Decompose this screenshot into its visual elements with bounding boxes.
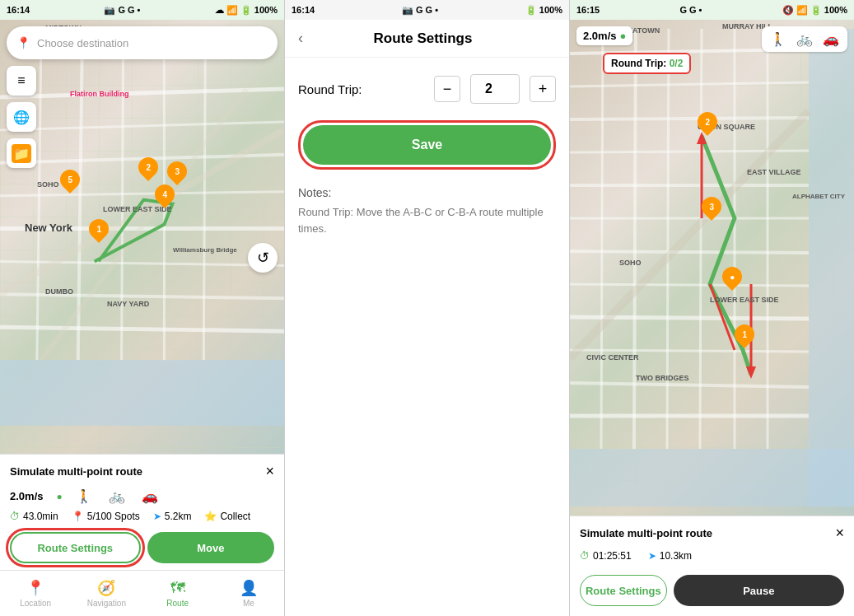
map-label-flatiron: Flatiron Building bbox=[70, 90, 129, 98]
panel3-bottom: Simulate multi-point route × ⏱ 01:25:51 … bbox=[570, 516, 854, 616]
refresh-button[interactable]: ↺ bbox=[248, 243, 278, 273]
folder-button[interactable]: 📁 bbox=[7, 138, 36, 168]
map-label-dumbo: DUMBO bbox=[45, 287, 73, 296]
speed-green-dot: ● bbox=[619, 30, 626, 42]
map-label-newyork: New York bbox=[25, 222, 72, 234]
back-button[interactable]: ‹ bbox=[298, 30, 303, 47]
panel3-map-view[interactable]: KOREATOWN MURRAY HILL UNION SQUARE EAST … bbox=[570, 20, 854, 516]
stat-time-value-3: 01:25:51 bbox=[593, 550, 632, 562]
svg-line-31 bbox=[634, 29, 636, 449]
round-trip-label: Round Trip: bbox=[298, 82, 424, 96]
nav-navigation[interactable]: 🧭 Navigation bbox=[71, 571, 142, 616]
round-trip-row: Round Trip: − + bbox=[298, 74, 556, 104]
speed-row-1: 2.0m/s ● 🚶 🚲 🚗 bbox=[0, 485, 284, 507]
pause-button[interactable]: Pause bbox=[674, 575, 844, 606]
svg-marker-40 bbox=[746, 366, 756, 379]
svg-line-2 bbox=[0, 122, 284, 130]
p3-label-civic: CIVIC CENTER bbox=[586, 353, 639, 362]
nav-route[interactable]: 🗺 Route bbox=[142, 571, 213, 616]
refresh-icon: ↺ bbox=[257, 249, 269, 267]
nav-location[interactable]: 📍 Location bbox=[0, 571, 71, 616]
stat-distance-value: 5.2km bbox=[165, 511, 192, 522]
svg-rect-0 bbox=[0, 360, 284, 426]
stat-distance-value-3: 10.3km bbox=[660, 550, 692, 562]
save-button[interactable]: Save bbox=[303, 125, 551, 165]
nav-icon-3: ➤ bbox=[648, 550, 656, 562]
panel-active-route: 16:15 G G • 🔇 📶 🔋 100% bbox=[570, 0, 854, 616]
map-label-lowereast: LOWER EAST SIDE bbox=[103, 205, 172, 213]
map-background: MIDTOWN MANHATTAN Flatiron Building SOHO… bbox=[0, 20, 284, 454]
round-trip-input[interactable] bbox=[470, 74, 520, 104]
svg-line-4 bbox=[0, 192, 284, 196]
status-battery-3: 🔇 📶 🔋 100% bbox=[782, 5, 847, 16]
stat-time-value: 43.0min bbox=[23, 511, 58, 522]
speed-badge-3: 2.0m/s ● bbox=[576, 26, 632, 45]
stat-collect-value: Collect bbox=[220, 511, 250, 522]
svg-line-8 bbox=[0, 327, 284, 331]
route-settings-content: Round Trip: − + Save Notes: Round Trip: … bbox=[285, 58, 569, 616]
stat-collect: ⭐ Collect bbox=[204, 511, 250, 522]
svg-line-24 bbox=[570, 251, 809, 253]
transport-modes-3: 🚶 🚲 🚗 bbox=[762, 26, 847, 52]
action-row-1: Route Settings Move bbox=[0, 525, 284, 570]
nav-route-label: Route bbox=[166, 599, 189, 608]
map-label-navyyard: NAVY YARD bbox=[107, 300, 149, 308]
bottom-panel-1: Simulate multi-point route × 2.0m/s ● 🚶 … bbox=[0, 454, 284, 570]
notes-section: Notes: Round Trip: Move the A-B-C or C-B… bbox=[298, 186, 556, 236]
me-nav-icon: 👤 bbox=[240, 579, 258, 597]
map-label-soho: SOHO bbox=[37, 180, 59, 189]
status-icons-3: G G • bbox=[679, 5, 702, 15]
status-bar-2: 16:14 📷 G G • 🔋 100% bbox=[285, 0, 569, 20]
globe-button[interactable]: 🌐 bbox=[7, 102, 36, 132]
status-time-2: 16:14 bbox=[292, 5, 315, 15]
svg-line-25 bbox=[570, 284, 809, 286]
route-settings-button-1[interactable]: Route Settings bbox=[10, 532, 141, 563]
transport-icons-1: 🚶 🚲 🚗 bbox=[76, 488, 158, 504]
walk-icon-3[interactable]: 🚶 bbox=[770, 31, 786, 47]
map-label-williamsburg: Williamsburg Bridge bbox=[173, 246, 237, 254]
search-bar[interactable]: 📍 Choose destination bbox=[7, 26, 278, 59]
nav-navigation-label: Navigation bbox=[87, 599, 126, 608]
car-icon-3[interactable]: 🚗 bbox=[823, 31, 839, 47]
move-button-1[interactable]: Move bbox=[147, 532, 275, 563]
bike-icon-1[interactable]: 🚲 bbox=[109, 488, 125, 504]
svg-line-32 bbox=[667, 29, 669, 449]
svg-line-36 bbox=[570, 111, 809, 358]
svg-line-28 bbox=[570, 383, 809, 387]
walk-icon-1[interactable]: 🚶 bbox=[76, 488, 92, 504]
minus-button[interactable]: − bbox=[434, 76, 460, 102]
bike-icon-3[interactable]: 🚲 bbox=[796, 31, 813, 47]
status-bar-1: 16:14 📷 G G • ☁ 📶 🔋 100% bbox=[0, 0, 284, 20]
plus-button[interactable]: + bbox=[530, 76, 556, 102]
nav-me[interactable]: 👤 Me bbox=[213, 571, 284, 616]
route-settings-button-3[interactable]: Route Settings bbox=[580, 575, 667, 606]
svg-line-7 bbox=[0, 294, 284, 298]
stats-row-1: ⏱ 43.0min 📍 5/100 Spots ➤ 5.2km ⭐ Collec… bbox=[0, 507, 284, 525]
close-icon-1[interactable]: × bbox=[265, 463, 274, 480]
stat-distance: ➤ 5.2km bbox=[153, 511, 192, 522]
status-icons-1: 📷 G G • bbox=[104, 5, 140, 16]
stat-time-3: ⏱ 01:25:51 bbox=[580, 550, 632, 562]
close-icon-3[interactable]: × bbox=[835, 525, 844, 542]
p3-label-eastvillage: EAST VILLAGE bbox=[747, 168, 801, 176]
svg-line-13 bbox=[203, 48, 205, 360]
panel3-action-row: Route Settings Pause bbox=[570, 568, 854, 616]
svg-line-27 bbox=[570, 350, 809, 352]
navigation-nav-icon: 🧭 bbox=[97, 579, 115, 597]
stat-spots: 📍 5/100 Spots bbox=[72, 511, 140, 522]
status-time-1: 16:14 bbox=[7, 5, 30, 15]
p3-label-twobridges: TWO BRIDGES bbox=[636, 374, 689, 382]
p3-label-lowereast: LOWER EAST SIDE bbox=[710, 296, 779, 304]
globe-icon: 🌐 bbox=[13, 110, 30, 125]
speed-value-1: 2.0m/s bbox=[10, 490, 43, 502]
panel-map: 16:14 📷 G G • ☁ 📶 🔋 100% bbox=[0, 0, 285, 616]
car-icon-1[interactable]: 🚗 bbox=[142, 488, 158, 504]
bottom-panel-title-row: Simulate multi-point route × bbox=[0, 455, 284, 485]
map-view[interactable]: MIDTOWN MANHATTAN Flatiron Building SOHO… bbox=[0, 20, 284, 454]
status-battery-1: ☁ 📶 🔋 100% bbox=[215, 5, 278, 16]
svg-rect-17 bbox=[570, 449, 854, 506]
round-trip-prefix: Round Trip: bbox=[611, 58, 666, 69]
svg-line-6 bbox=[0, 261, 284, 265]
hamburger-button[interactable]: ≡ bbox=[7, 66, 36, 96]
folder-icon: 📁 bbox=[12, 144, 31, 163]
